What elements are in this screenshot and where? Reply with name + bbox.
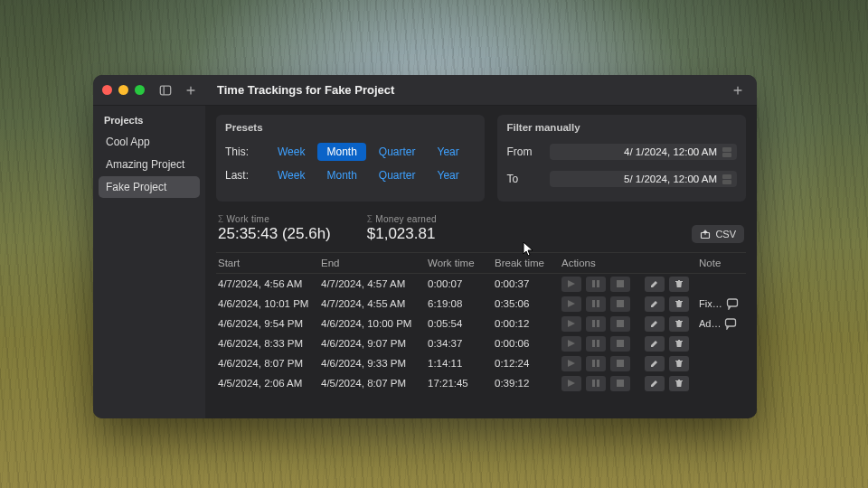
note-icon[interactable] [726,297,739,310]
preset-last-year[interactable]: Year [429,166,468,184]
filter-manual-panel: Filter manually From 4/ 1/2024, 12:00 AM… [497,115,746,202]
pause-button[interactable] [586,336,606,352]
sidebar-item-fake-project[interactable]: Fake Project [99,176,200,198]
col-start[interactable]: Start [216,258,321,268]
svg-rect-15 [597,320,599,327]
preset-last-quarter[interactable]: Quarter [370,166,425,184]
note-icon[interactable] [724,317,737,330]
metric-work-time: Σ Work time 25:35:43 (25.6h) [218,214,331,243]
preset-this-year[interactable]: Year [429,143,468,161]
svg-rect-14 [592,320,595,327]
cell-end: 4/5/2024, 8:07 PM [321,378,428,389]
cell-break: 0:00:12 [495,318,561,329]
window-controls [102,85,145,95]
delete-button[interactable] [669,277,689,292]
delete-button[interactable] [669,316,689,332]
preset-this-quarter[interactable]: Quarter [370,143,425,161]
pause-button[interactable] [586,376,606,391]
svg-rect-20 [617,340,624,347]
sidebar-item-cool-app[interactable]: Cool App [99,131,200,153]
stop-button[interactable] [610,356,630,371]
fullscreen-window-button[interactable] [135,85,145,95]
filter-from-input[interactable]: 4/ 1/2024, 12:00 AM [550,144,737,160]
preset-last-month[interactable]: Month [317,166,365,184]
resume-button[interactable] [561,336,581,352]
minimize-window-button[interactable] [118,85,128,95]
cell-break: 0:00:06 [495,338,561,349]
preset-last-week[interactable]: Week [269,166,314,184]
col-note[interactable]: Note [699,258,746,268]
col-work[interactable]: Work time [428,258,495,268]
presets-last-label: Last: [225,169,265,182]
delete-button[interactable] [669,376,689,391]
svg-rect-12 [617,300,624,307]
table-row[interactable]: 4/5/2024, 2:06 AM4/5/2024, 8:07 PM17:21:… [216,373,746,393]
table-row[interactable]: 4/6/2024, 9:54 PM4/6/2024, 10:00 PM0:05:… [216,314,746,333]
sidebar-toggle-button[interactable] [156,80,175,100]
table-row[interactable]: 4/6/2024, 8:33 PM4/6/2024, 9:07 PM0:34:3… [216,333,746,353]
stepper-icon[interactable] [722,174,731,184]
svg-rect-0 [160,86,170,95]
edit-button[interactable] [645,296,665,312]
filter-manual-title: Filter manually [506,122,737,133]
pause-button[interactable] [586,296,606,312]
svg-rect-13 [727,299,737,306]
resume-button[interactable] [561,376,581,391]
export-icon [700,229,711,239]
pause-button[interactable] [586,277,606,292]
pause-button[interactable] [586,356,606,371]
edit-button[interactable] [645,376,665,391]
stop-button[interactable] [610,277,630,292]
cell-break: 0:35:06 [495,298,561,309]
table-row[interactable]: 4/6/2024, 8:07 PM4/6/2024, 9:33 PM1:14:1… [216,353,746,373]
cell-end: 4/7/2024, 4:57 AM [321,278,428,289]
edit-button[interactable] [645,336,665,352]
pause-button[interactable] [586,316,606,332]
edit-button[interactable] [645,277,665,292]
svg-rect-16 [617,320,624,327]
resume-button[interactable] [561,356,581,371]
delete-button[interactable] [669,296,689,312]
filter-to-label: To [506,173,542,185]
main-content: Presets This: Week Month Quarter Year La… [205,106,757,418]
cell-work: 0:05:54 [428,318,495,329]
cell-work: 0:00:07 [428,278,495,289]
preset-this-month[interactable]: Month [317,143,365,161]
stepper-icon[interactable] [722,147,731,157]
svg-rect-24 [592,380,595,387]
edit-button[interactable] [645,356,665,371]
resume-button[interactable] [561,277,581,292]
add-tracking-button[interactable] [728,80,748,100]
preset-this-week[interactable]: Week [269,143,314,161]
resume-button[interactable] [561,296,581,312]
new-item-button[interactable] [181,80,201,100]
svg-rect-23 [617,360,624,367]
stop-button[interactable] [610,296,630,312]
delete-button[interactable] [669,356,689,371]
stop-button[interactable] [610,336,630,352]
export-csv-button[interactable]: CSV [692,225,744,243]
sidebar-item-amazing-project[interactable]: Amazing Project [99,154,200,175]
edit-button[interactable] [645,316,665,332]
stop-button[interactable] [610,376,630,391]
svg-rect-19 [597,340,599,347]
table-row[interactable]: 4/6/2024, 10:01 PM4/7/2024, 4:55 AM6:19:… [216,294,746,314]
trackings-table: Start End Work time Break time Actions N… [216,252,746,418]
cell-end: 4/6/2024, 9:33 PM [321,358,428,369]
delete-button[interactable] [669,336,689,352]
cell-end: 4/6/2024, 10:00 PM [321,318,428,329]
close-window-button[interactable] [102,85,112,95]
cell-start: 4/7/2024, 4:56 AM [216,278,321,289]
cell-end: 4/6/2024, 9:07 PM [321,338,428,349]
stop-button[interactable] [610,316,630,332]
col-break[interactable]: Break time [495,258,561,268]
svg-rect-17 [726,319,736,326]
filter-to-input[interactable]: 5/ 1/2024, 12:00 AM [550,171,737,187]
col-end[interactable]: End [321,258,428,268]
desktop-wallpaper: Time Trackings for Fake Project Projects… [0,0,868,488]
window-title: Time Trackings for Fake Project [217,83,394,97]
table-row[interactable]: 4/7/2024, 4:56 AM4/7/2024, 4:57 AM0:00:0… [216,274,746,294]
resume-button[interactable] [561,316,581,332]
cell-end: 4/7/2024, 4:55 AM [321,298,428,309]
presets-title: Presets [225,122,476,133]
